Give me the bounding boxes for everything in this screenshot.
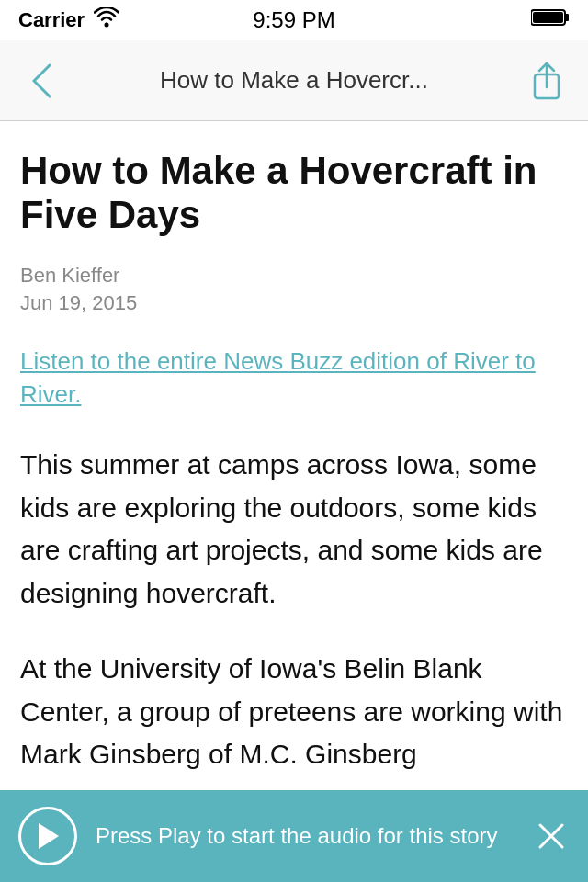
svg-rect-3 — [533, 12, 563, 23]
share-button[interactable] — [524, 58, 570, 104]
article-content: How to Make a Hovercraft in Five Days Be… — [0, 121, 588, 790]
nav-bar: How to Make a Hovercr... — [0, 40, 588, 121]
wifi-icon — [94, 7, 119, 33]
status-time: 9:59 PM — [253, 7, 334, 33]
play-button[interactable] — [18, 807, 77, 865]
article-body: This summer at camps across Iowa, some k… — [20, 444, 568, 776]
status-bar: Carrier 9:59 PM — [0, 0, 588, 40]
battery-icon — [531, 7, 570, 33]
nav-title: How to Make a Hovercr... — [64, 66, 524, 95]
carrier-label: Carrier — [18, 8, 85, 32]
close-button[interactable] — [533, 818, 570, 854]
svg-rect-2 — [565, 14, 569, 21]
article-title: How to Make a Hovercraft in Five Days — [20, 149, 568, 238]
body-paragraph-1: This summer at camps across Iowa, some k… — [20, 444, 568, 615]
status-right — [531, 7, 570, 33]
article-link[interactable]: Listen to the entire News Buzz edition o… — [20, 345, 568, 412]
play-bar: Press Play to start the audio for this s… — [0, 790, 588, 882]
back-button[interactable] — [18, 58, 64, 104]
article-author: Ben Kieffer — [20, 264, 568, 288]
svg-marker-6 — [39, 823, 59, 849]
play-bar-text: Press Play to start the audio for this s… — [77, 821, 533, 850]
article-date: Jun 19, 2015 — [20, 291, 568, 315]
status-left: Carrier — [18, 7, 119, 33]
body-paragraph-2: At the University of Iowa's Belin Blank … — [20, 648, 568, 776]
svg-point-0 — [105, 23, 109, 28]
